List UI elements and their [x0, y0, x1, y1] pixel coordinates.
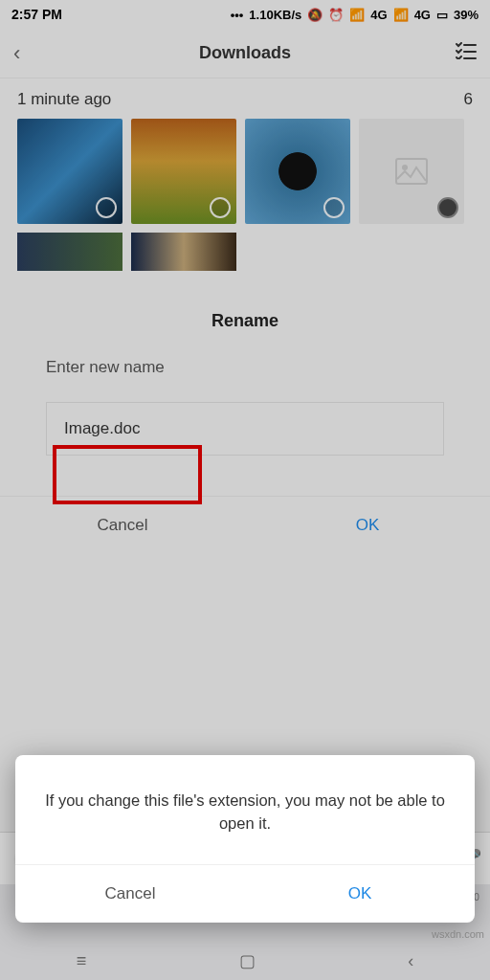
page-title: Downloads — [0, 43, 490, 63]
status-net1: 4G — [370, 8, 387, 22]
rename-actions: Cancel OK — [0, 496, 490, 554]
rename-cancel-button[interactable]: Cancel — [0, 497, 245, 554]
status-time: 2:57 PM — [11, 7, 62, 22]
alert-message: If you change this file's extension, you… — [15, 755, 475, 864]
image-icon — [395, 158, 428, 185]
select-circle-icon[interactable] — [96, 197, 117, 218]
thumbnail[interactable] — [131, 119, 236, 224]
alarm-icon: ⏰ — [328, 8, 344, 22]
android-nav-bar: ≡ ▢ ‹ — [0, 942, 490, 980]
select-circle-icon[interactable] — [437, 197, 458, 218]
nav-back-icon[interactable]: ‹ — [408, 951, 413, 971]
thumbnail-grid-row2 — [0, 224, 490, 271]
signal-icon: 📶 — [349, 8, 365, 22]
alert-actions: Cancel OK — [15, 864, 475, 923]
rename-title: Rename — [0, 311, 490, 331]
svg-rect-0 — [396, 159, 427, 184]
status-speed: 1.10KB/s — [249, 8, 301, 22]
select-circle-icon[interactable] — [323, 197, 345, 218]
rename-ok-button[interactable]: OK — [245, 497, 490, 554]
extension-warning-dialog: If you change this file's extension, you… — [15, 755, 475, 923]
section-label: 1 minute ago — [17, 90, 111, 109]
thumbnail[interactable] — [131, 233, 236, 271]
dnd-icon: 🔕 — [307, 8, 323, 22]
app-header: ‹ Downloads — [0, 29, 490, 78]
more-icon: ••• — [231, 8, 244, 22]
thumbnail[interactable] — [17, 119, 122, 224]
status-bar: 2:57 PM ••• 1.10KB/s 🔕 ⏰ 📶 4G 📶 4G ▭ 39% — [0, 0, 490, 29]
watermark: wsxdn.com — [432, 928, 484, 940]
thumbnail[interactable] — [17, 233, 122, 271]
back-icon[interactable]: ‹ — [13, 41, 20, 66]
thumbnail-placeholder[interactable] — [359, 119, 464, 224]
section-header: 1 minute ago 6 — [0, 78, 490, 119]
thumbnail-grid — [0, 119, 490, 224]
multiselect-icon[interactable] — [456, 42, 477, 64]
rename-subtitle: Enter new name — [46, 358, 490, 377]
rename-input-value: Image.doc — [64, 419, 140, 438]
alert-ok-button[interactable]: OK — [245, 865, 475, 923]
alert-cancel-button[interactable]: Cancel — [15, 865, 245, 923]
nav-recent-icon[interactable]: ≡ — [77, 951, 87, 971]
nav-home-icon[interactable]: ▢ — [239, 950, 256, 971]
select-circle-icon[interactable] — [210, 197, 231, 218]
section-count: 6 — [464, 90, 473, 109]
battery-icon: ▭ — [436, 8, 448, 22]
status-battery: 39% — [454, 8, 479, 22]
status-net2: 4G — [414, 8, 431, 22]
signal-icon: 📶 — [393, 8, 409, 22]
svg-point-1 — [402, 165, 408, 170]
rename-input[interactable]: Image.doc — [46, 402, 444, 456]
status-right: ••• 1.10KB/s 🔕 ⏰ 📶 4G 📶 4G ▭ 39% — [231, 8, 479, 22]
thumbnail[interactable] — [245, 119, 350, 224]
